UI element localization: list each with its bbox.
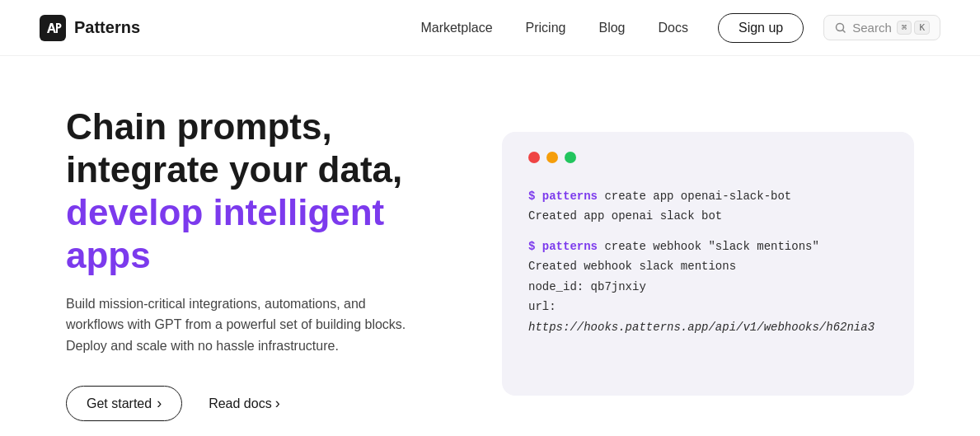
logo[interactable]: Patterns: [40, 15, 140, 41]
search-icon: [834, 21, 847, 35]
code-line-3: $ patterns create webhook "slack mention…: [528, 237, 888, 257]
window-maximize-dot: [565, 152, 576, 163]
code-line-4: Created webhook slack mentions: [528, 256, 888, 277]
kbd-ctrl: ⌘: [897, 21, 912, 35]
code-block: $ patterns create app openai-slack-bot C…: [528, 186, 888, 338]
search-label: Search: [852, 21, 892, 35]
code-line-5: node_id: qb7jnxiy: [528, 277, 888, 298]
hero-heading-purple: develop intelligent apps: [66, 192, 384, 275]
hero-heading: Chain prompts, integrate your data, deve…: [66, 105, 436, 277]
code-line-2: Created app openai slack bot: [528, 206, 888, 227]
logo-icon: [40, 15, 66, 41]
main-content: Chain prompts, integrate your data, deve…: [0, 56, 980, 436]
window-controls: [528, 152, 888, 163]
hero-actions: Get started › Read docs ›: [66, 386, 436, 421]
nav-item-blog[interactable]: Blog: [598, 21, 625, 35]
code-line-6: url: https://hooks.patterns.app/api/v1/w…: [528, 297, 888, 337]
window-close-dot: [528, 152, 540, 163]
kbd-k: K: [914, 21, 930, 35]
logo-text: Patterns: [74, 18, 140, 37]
code-panel: $ patterns create app openai-slack-bot C…: [502, 132, 914, 396]
nav-item-pricing[interactable]: Pricing: [526, 21, 566, 35]
search-shortcut: ⌘ K: [897, 21, 930, 35]
nav-item-marketplace[interactable]: Marketplace: [420, 21, 492, 35]
hero-subtext: Build mission-critical integrations, aut…: [66, 293, 412, 357]
code-spacer: [528, 227, 888, 237]
hero-left: Chain prompts, integrate your data, deve…: [66, 105, 436, 421]
navbar: Patterns Marketplace Pricing Blog Docs S…: [0, 0, 980, 56]
read-docs-link[interactable]: Read docs ›: [209, 395, 280, 412]
get-started-button[interactable]: Get started ›: [66, 386, 182, 421]
search-box[interactable]: Search ⌘ K: [823, 15, 940, 40]
nav-links: Marketplace Pricing Blog Docs: [420, 21, 688, 35]
signup-button[interactable]: Sign up: [718, 13, 804, 43]
nav-item-docs[interactable]: Docs: [659, 21, 688, 35]
code-line-1: $ patterns create app openai-slack-bot: [528, 186, 888, 207]
window-minimize-dot: [546, 152, 558, 163]
